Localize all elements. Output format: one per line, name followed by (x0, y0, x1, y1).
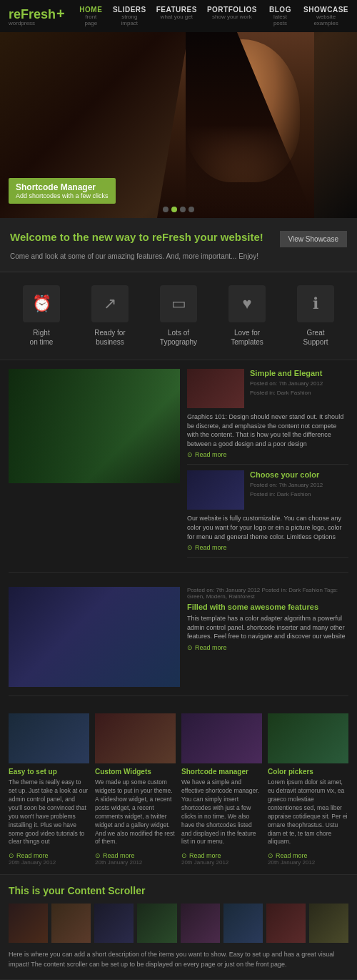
feature-ready-for-business: ↗ Ready forbusiness (81, 285, 139, 347)
features-icons: ⏰ Righton time ↗ Ready forbusiness ▭ Lot… (0, 272, 357, 360)
col-easy-setup-title[interactable]: Easy to set up (9, 768, 89, 776)
clock-icon: ⏰ (23, 285, 60, 322)
side-post-2: Choose your color Posted on: 7th January… (187, 470, 348, 558)
feature-support-label: GreatSupport (287, 328, 344, 347)
nav-sliders-label: SLIDERS (113, 6, 146, 14)
feature-support: ℹ GreatSupport (287, 285, 344, 347)
lower-post-info: Posted on: 7th January 2012 Posted in: D… (187, 587, 348, 687)
lower-post-text: This template has a color adapter algori… (187, 614, 348, 641)
side-post-2-read-more[interactable]: ⊙ Read more (187, 544, 227, 551)
welcome-title: Welcome to the new way to reFresh your w… (10, 231, 273, 243)
nav-home[interactable]: HOME front page (79, 6, 103, 26)
scroller-section: This is your Content Scroller Here is wh… (0, 875, 357, 980)
lower-featured-post: Posted on: 7th January 2012 Posted in: D… (9, 581, 348, 696)
hero-dot-3[interactable] (180, 207, 186, 212)
col-custom-widgets-date: 20th January 2012 (95, 859, 176, 866)
featured-post-image (9, 369, 180, 483)
nav-home-label: HOME (79, 6, 103, 14)
side-post-1-meta2: Posted in: Dark Fashion (250, 390, 323, 396)
scroll-thumb-5[interactable] (181, 904, 220, 943)
nav-features-label: FEATURES (156, 6, 197, 14)
scroll-thumb-8[interactable] (309, 904, 348, 943)
nav-links: HOME front page SLIDERS strong impact FE… (79, 6, 348, 26)
col-easy-setup-date: 20th January 2012 (9, 859, 89, 866)
col-shortcode-title[interactable]: Shortcode manager (181, 768, 262, 776)
side-post-2-thumb (187, 470, 244, 510)
side-post-1-title[interactable]: Simple and Elegant (250, 369, 323, 377)
nav-sliders-sub: strong impact (113, 14, 146, 26)
featured-img-overlay (9, 369, 180, 483)
col-custom-widgets-read-more[interactable]: ⊙ Read more (95, 852, 135, 859)
side-post-1: Simple and Elegant Posted on: 7th Januar… (187, 369, 348, 465)
scroll-thumb-1[interactable] (9, 904, 48, 943)
logo[interactable]: reFresh+ wordpress (9, 6, 65, 26)
scroll-thumb-6[interactable] (223, 904, 263, 943)
side-post-1-read-more[interactable]: ⊙ Read more (187, 451, 227, 458)
nav-blog-sub: latest posts (267, 14, 293, 26)
lower-post-title[interactable]: Filled with some awesome features (187, 603, 348, 611)
scroll-thumb-7[interactable] (266, 904, 306, 943)
col-custom-widgets-title[interactable]: Custom Widgets (95, 768, 176, 776)
col-thumb-girl (95, 713, 176, 763)
hero-dot-2[interactable] (171, 207, 177, 212)
side-post-2-content: Choose your color Posted on: 7th January… (250, 470, 323, 510)
scroller-thumbs (9, 904, 348, 943)
scroll-thumb-3[interactable] (94, 904, 134, 943)
col-shortcode: Shortcode manager We have a simple and e… (181, 713, 262, 866)
heart-icon: ♥ (228, 285, 266, 322)
lower-post-read-more[interactable]: ⊙ Read more (187, 644, 227, 651)
scroller-desc: Here is where you can add a short descri… (9, 950, 348, 969)
nav-showcase-label: SHOWCASE (303, 6, 348, 14)
nav-portfolios-sub: show your work (207, 14, 257, 20)
featured-post: Simple and Elegant Posted on: 7th Januar… (9, 369, 348, 573)
hero-dots (163, 207, 194, 212)
col-thumb-bikes (9, 713, 89, 763)
feature-typography-label: Lots ofTypography (150, 328, 207, 347)
lower-post-meta: Posted on: 7th January 2012 Posted in: D… (187, 587, 348, 600)
col-shortcode-read-more[interactable]: ⊙ Read more (181, 852, 221, 859)
side-post-1-thumb (187, 369, 244, 408)
hero-section: Shortcode Manager Add shortcodes with a … (0, 32, 357, 218)
welcome-row: Welcome to the new way to reFresh your w… (10, 231, 347, 247)
side-post-2-title[interactable]: Choose your color (250, 470, 323, 479)
info-icon: ℹ (297, 285, 334, 322)
nav-features-sub: what you get (156, 14, 197, 20)
col-thumb-colors (268, 713, 348, 763)
nav-blog-label: BLOG (267, 6, 293, 14)
nav-showcase[interactable]: SHOWCASE website examples (303, 6, 348, 26)
featured-post-content: Simple and Elegant Posted on: 7th Januar… (187, 369, 348, 563)
lower-featured-img (9, 587, 180, 687)
view-showcase-button[interactable]: View Showcase (280, 231, 347, 247)
chart-icon: ↗ (91, 285, 129, 322)
welcome-sub: Come and look at some of our amazing fea… (10, 252, 347, 262)
nav-home-sub: front page (79, 14, 103, 26)
feature-right-on-time: ⏰ Righton time (13, 285, 70, 347)
nav-portfolios-label: PORTFOLIOS (207, 6, 257, 14)
feature-typography: ▭ Lots ofTypography (150, 285, 207, 347)
col-thumb-art (181, 713, 262, 763)
four-columns: Easy to set up The theme is really easy … (0, 705, 357, 875)
col-color-pickers: Color pickers Lorem ipsum dolor sit amet… (268, 713, 348, 866)
hero-caption: Shortcode Manager Add shortcodes with a … (9, 178, 116, 204)
hero-caption-title: Shortcode Manager (16, 182, 109, 192)
side-post-2-meta: Posted on: 7th January 2012 (250, 482, 323, 488)
nav-portfolios[interactable]: PORTFOLIOS show your work (207, 6, 257, 26)
col-color-pickers-text: Lorem ipsum dolor sit amet, eu detravit … (268, 778, 348, 846)
nav-features[interactable]: FEATURES what you get (156, 6, 197, 26)
col-color-pickers-title[interactable]: Color pickers (268, 768, 348, 776)
col-easy-setup-text: The theme is really easy to set up. Just… (9, 778, 89, 846)
side-post-1-content: Simple and Elegant Posted on: 7th Januar… (250, 369, 323, 408)
nav-sliders[interactable]: SLIDERS strong impact (113, 6, 146, 26)
hero-dot-4[interactable] (188, 207, 194, 212)
col-color-pickers-read-more[interactable]: ⊙ Read more (268, 852, 308, 859)
scroll-thumb-4[interactable] (137, 904, 176, 943)
hero-dot-1[interactable] (163, 207, 169, 212)
side-post-1-img-row: Simple and Elegant Posted on: 7th Januar… (187, 369, 348, 408)
col-easy-setup-read-more[interactable]: ⊙ Read more (9, 852, 49, 859)
scroll-thumb-2[interactable] (51, 904, 91, 943)
feature-templates-label: Love forTemplates (218, 328, 276, 347)
scroller-title: This is your Content Scroller (9, 885, 348, 896)
col-color-pickers-date: 20th January 2012 (268, 859, 348, 866)
blog-section: Simple and Elegant Posted on: 7th Januar… (0, 360, 357, 705)
nav-blog[interactable]: BLOG latest posts (267, 6, 293, 26)
